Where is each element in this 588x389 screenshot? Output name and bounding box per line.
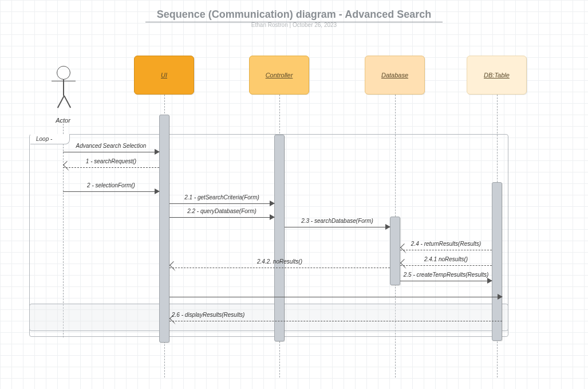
- msg-create-temp-results[interactable]: 2.5 - createTempResults(Results): [400, 275, 492, 283]
- msg-label: 2 - selectionForm(): [63, 182, 159, 188]
- msg-advanced-search-selection[interactable]: Advanced Search Selection: [63, 146, 159, 154]
- lifeline-controller[interactable]: Controller: [249, 56, 309, 95]
- msg-label: 1 - searchRequest(): [63, 158, 159, 164]
- msg-label: 2.4 - returnResults(Results): [400, 241, 492, 247]
- activation-database[interactable]: [390, 217, 400, 285]
- lifeline-dbtable[interactable]: DB:Table: [467, 56, 527, 95]
- msg-return-results[interactable]: 2.4 - returnResults(Results): [400, 244, 492, 252]
- msg-label: Advanced Search Selection: [63, 143, 159, 149]
- msg-label: 2.5 - createTempResults(Results): [400, 272, 492, 278]
- msg-label: 2.3 - searchDatabase(Form): [285, 218, 390, 224]
- msg-query-database[interactable]: 2.2 - queryDatabase(Form): [169, 211, 274, 219]
- msg-no-results-242[interactable]: 2.4.2. noResults(): [169, 262, 390, 270]
- msg-search-database[interactable]: 2.3 - searchDatabase(Form): [285, 221, 390, 229]
- msg-label: 2.1 - getSearchCriteria(Form): [169, 194, 274, 201]
- msg-band-top[interactable]: [169, 291, 502, 299]
- msg-display-results[interactable]: 2.6 - displayResults(Results): [169, 315, 502, 323]
- actor-label: Actor: [46, 117, 80, 124]
- msg-search-request[interactable]: 1 - searchRequest(): [63, 162, 159, 170]
- msg-label: 2.4.1 noResults(): [400, 256, 492, 262]
- lifeline-database[interactable]: Database: [365, 56, 425, 95]
- msg-label: 2.6 - displayResults(Results): [172, 312, 502, 318]
- activation-ui[interactable]: [159, 115, 169, 343]
- msg-no-results-241[interactable]: 2.4.1 noResults(): [400, 260, 492, 268]
- activation-controller[interactable]: [274, 135, 285, 341]
- msg-selection-form[interactable]: 2 - selectionForm(): [63, 186, 159, 194]
- msg-get-search-criteria[interactable]: 2.1 - getSearchCriteria(Form): [169, 198, 274, 206]
- msg-label: 2.4.2. noResults(): [169, 258, 390, 265]
- diagram-title: Sequence (Communication) diagram - Advan…: [0, 9, 588, 22]
- diagram-subtitle: Ethan Rostron | October 26, 2023: [0, 22, 588, 28]
- actor-icon[interactable]: [53, 66, 74, 112]
- msg-label: 2.2 - queryDatabase(Form): [169, 208, 274, 214]
- lifeline-ui[interactable]: UI: [134, 56, 194, 95]
